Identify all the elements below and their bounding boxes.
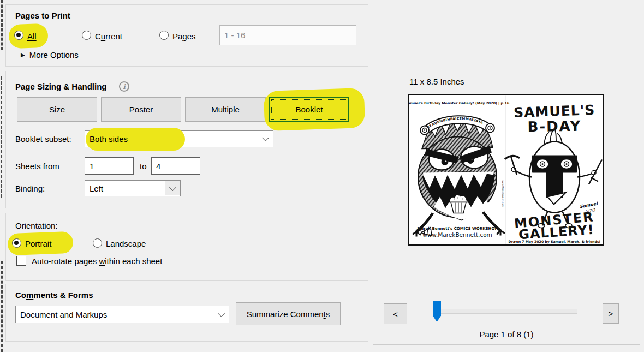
left-page-side-text: www.MarekBennett.com bbox=[502, 180, 504, 207]
page-status: Page 1 of 8 (1) bbox=[373, 330, 640, 339]
right-page-title2: B-DAY bbox=[527, 118, 581, 135]
info-icon[interactable]: i bbox=[119, 81, 129, 92]
scan-artifact bbox=[1, 261, 3, 352]
chevron-down-icon bbox=[169, 184, 176, 191]
dropdown-chevron[interactable] bbox=[165, 181, 180, 195]
booklet-subset-dropdown[interactable]: Both sides bbox=[85, 130, 273, 147]
dropdown-chevron[interactable] bbox=[258, 132, 272, 146]
multiple-button[interactable]: Multiple bbox=[185, 97, 266, 122]
booklet-spread-image: Samuel's Birthday Monster Gallery! (May … bbox=[409, 95, 603, 244]
autorotate-label[interactable]: Auto-rotate pages within each sheet bbox=[32, 256, 162, 266]
next-page-button[interactable]: > bbox=[603, 303, 619, 324]
dropdown-chevron[interactable] bbox=[214, 307, 228, 322]
left-page-workshop-line: Marek Bennett's COMICS WORKSHOP bbox=[417, 226, 497, 231]
left-page-header: Samuel's Birthday Monster Gallery! (May … bbox=[409, 101, 510, 105]
sheets-from-input[interactable] bbox=[85, 157, 134, 175]
left-page-website: www.MarekBennett.com bbox=[422, 231, 492, 238]
poster-button[interactable]: Poster bbox=[101, 97, 181, 122]
print-dialog: Pages to Print All Current Pages ▶ More … bbox=[0, 0, 644, 352]
chevron-down-icon bbox=[262, 134, 269, 141]
more-options-label: More Options bbox=[29, 50, 79, 59]
page-slider-track[interactable] bbox=[434, 309, 577, 314]
page-range-input[interactable] bbox=[219, 25, 356, 45]
print-preview: Samuel's Birthday Monster Gallery! (May … bbox=[408, 94, 604, 246]
banner-spiral-right bbox=[486, 124, 494, 133]
sheet-size-label: 11 x 8.5 Inches bbox=[409, 77, 464, 86]
binding-value: Left bbox=[90, 184, 103, 193]
radio-pages-label[interactable]: Pages bbox=[172, 32, 196, 41]
to-label: to bbox=[140, 162, 147, 171]
right-page-caption: Drawn 7 May 2020 by Samuel, Marek, & fri… bbox=[509, 240, 601, 244]
sheets-from-label: Sheets from bbox=[15, 162, 59, 171]
pages-to-print-title: Pages to Print bbox=[15, 11, 70, 20]
radio-current[interactable] bbox=[82, 31, 91, 40]
binding-label: Binding: bbox=[15, 184, 45, 193]
banner-spiral-left bbox=[420, 126, 429, 135]
radio-current-label[interactable]: Current bbox=[95, 32, 122, 41]
sheets-to-input[interactable] bbox=[151, 157, 200, 175]
size-button[interactable]: Size bbox=[17, 97, 97, 122]
page-sizing-title: Page Sizing & Handling bbox=[15, 82, 107, 91]
comments-forms-title: Comments & Forms bbox=[15, 290, 93, 300]
autorotate-checkbox[interactable] bbox=[16, 256, 26, 266]
booklet-subset-value: Both sides bbox=[90, 134, 128, 144]
radio-all-label[interactable]: All bbox=[27, 32, 37, 41]
radio-portrait-label[interactable]: Portrait bbox=[25, 239, 51, 248]
comments-forms-value: Document and Markups bbox=[20, 310, 107, 319]
expander-triangle-icon: ▶ bbox=[21, 52, 25, 58]
scan-artifact bbox=[1, 0, 3, 50]
radio-pages[interactable] bbox=[159, 31, 169, 40]
radio-landscape-label[interactable]: Landscape bbox=[106, 239, 146, 248]
scan-artifact bbox=[1, 76, 2, 198]
more-options-expander[interactable]: ▶ More Options bbox=[21, 50, 79, 59]
binding-dropdown[interactable]: Left bbox=[85, 180, 181, 196]
comments-forms-dropdown[interactable]: Document and Markups bbox=[15, 306, 229, 323]
previous-page-button[interactable]: < bbox=[384, 303, 407, 324]
booklet-subset-label: Booklet subset: bbox=[15, 134, 71, 144]
booklet-button[interactable]: Booklet bbox=[269, 97, 349, 122]
summarize-comments-button[interactable]: Summarize Comments bbox=[236, 302, 341, 325]
radio-all[interactable] bbox=[14, 31, 23, 40]
chevron-down-icon bbox=[218, 310, 225, 317]
orientation-title: Orientation: bbox=[15, 221, 58, 230]
radio-portrait[interactable] bbox=[12, 238, 21, 248]
radio-landscape[interactable] bbox=[93, 238, 102, 248]
